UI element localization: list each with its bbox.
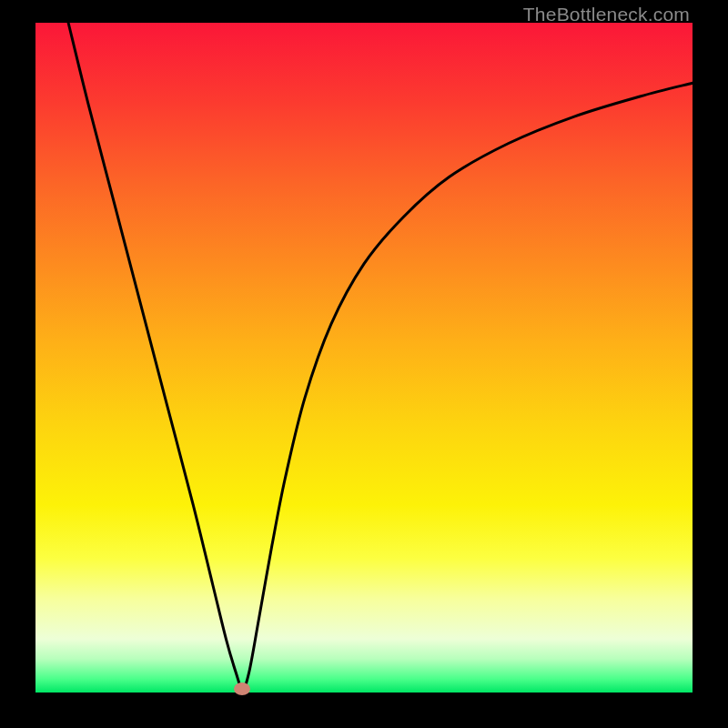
chart-frame: [35, 23, 693, 693]
watermark-text: TheBottleneck.com: [523, 4, 690, 25]
minimum-marker: [234, 682, 250, 695]
bottleneck-curve: [35, 23, 693, 693]
